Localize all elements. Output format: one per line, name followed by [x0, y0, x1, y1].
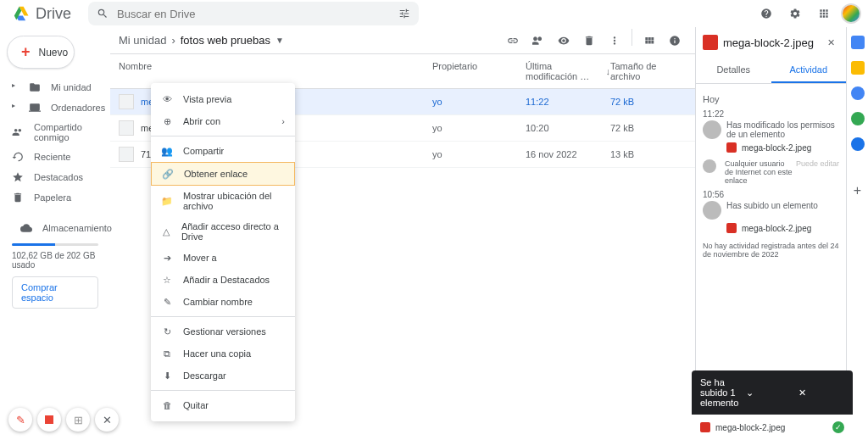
image-icon	[726, 142, 737, 153]
no-activity-text: No hay actividad registrada antes del 24…	[703, 242, 839, 259]
preview-icon[interactable]	[552, 29, 576, 53]
close-icon[interactable]: ✕	[798, 387, 844, 398]
menu-versions[interactable]: ↻Gestionar versiones	[151, 320, 295, 343]
calendar-app-icon[interactable]	[851, 36, 865, 49]
rec-pause-button[interactable]: ⊞	[66, 408, 90, 432]
share-icon: 👥	[161, 145, 173, 157]
menu-drive[interactable]: △Añadir acceso directo a Drive	[151, 216, 295, 247]
menu-trash[interactable]: 🗑Quitar	[151, 394, 295, 416]
rec-cancel-button[interactable]: ✕	[95, 408, 119, 432]
copy-icon: ⧉	[161, 348, 173, 359]
nav-compartido-conmigo[interactable]: Compartido conmigo	[3, 118, 107, 147]
close-icon[interactable]: ✕	[822, 34, 839, 51]
storage-bar	[12, 243, 98, 246]
toast-file: mega-block-2.jpeg	[715, 423, 785, 432]
trash-icon[interactable]	[577, 29, 601, 53]
menu-share[interactable]: 👥Compartir	[151, 140, 295, 162]
apps-icon[interactable]	[812, 2, 836, 25]
storage-link[interactable]: Almacenamiento	[12, 218, 98, 238]
image-icon	[700, 422, 710, 432]
col-owner[interactable]: Propietario	[432, 61, 526, 81]
chevron-down-icon[interactable]: ▼	[275, 36, 284, 45]
image-icon	[726, 223, 737, 233]
menu-eye[interactable]: 👁Vista previa	[151, 88, 295, 110]
nav-destacados[interactable]: Destacados	[3, 167, 107, 187]
rename-icon: ✎	[161, 296, 173, 308]
breadcrumb-current[interactable]: fotos web pruebas	[181, 34, 270, 47]
app-name: Drive	[36, 5, 71, 23]
keep-app-icon[interactable]	[851, 61, 865, 75]
search-input[interactable]	[117, 8, 390, 20]
breadcrumb: Mi unidad › fotos web pruebas ▼	[119, 34, 284, 47]
recording-controls: ✎ ⊞ ✕	[8, 408, 119, 432]
tab-details[interactable]: Detalles	[696, 58, 771, 83]
chevron-right-icon: ›	[281, 116, 285, 126]
activity-day: Hoy	[703, 94, 839, 104]
activity-file[interactable]: mega-block-2.jpeg	[726, 223, 839, 233]
file-thumb	[119, 120, 134, 136]
file-thumb	[119, 94, 134, 109]
link-icon: 🔗	[162, 168, 174, 180]
upload-toast: Se ha subido 1 elemento ⌄ ✕ mega-block-2…	[692, 370, 853, 440]
check-icon: ✓	[832, 421, 844, 433]
activity-file[interactable]: mega-block-2.jpeg	[726, 142, 839, 153]
chevron-down-icon[interactable]: ⌄	[746, 387, 792, 398]
download-icon: ⬇	[161, 370, 173, 382]
add-app-icon[interactable]: +	[854, 183, 861, 198]
file-thumb	[119, 147, 134, 162]
activity-item: Has subido un elemento	[703, 201, 839, 220]
link-icon[interactable]	[501, 29, 525, 53]
trash-icon: 🗑	[161, 399, 173, 411]
toolbar: Mi unidad › fotos web pruebas ▼	[110, 27, 695, 54]
menu-folder[interactable]: 📁Mostrar ubicación del archivo	[151, 186, 295, 216]
nav-reciente[interactable]: Reciente	[3, 147, 107, 167]
new-button[interactable]: + Nuevo	[7, 36, 75, 69]
rec-stop-button[interactable]	[37, 408, 61, 432]
drive-icon: △	[161, 226, 171, 237]
open-icon: ⊕	[161, 115, 173, 127]
grid-view-icon[interactable]	[637, 29, 661, 53]
menu-move[interactable]: ➔Mover a	[151, 247, 295, 269]
menu-copy[interactable]: ⧉Hacer una copia	[151, 343, 295, 365]
share-icon[interactable]	[526, 29, 550, 53]
search-icon	[97, 8, 108, 19]
storage-text: 102,62 GB de 202 GB usado	[12, 251, 98, 270]
header-actions	[754, 2, 861, 25]
star-icon: ☆	[161, 274, 173, 286]
cloud-icon	[20, 222, 32, 234]
settings-icon[interactable]	[783, 2, 807, 25]
breadcrumb-root[interactable]: Mi unidad	[119, 34, 166, 47]
search-bar[interactable]	[88, 2, 419, 25]
info-icon[interactable]	[663, 29, 687, 53]
user-avatar[interactable]	[841, 3, 861, 24]
toast-title: Se ha subido 1 elemento	[700, 377, 746, 408]
contacts-app-icon[interactable]	[851, 112, 865, 125]
drive-logo[interactable]: Drive	[7, 5, 78, 23]
details-title: mega-block-2.jpeg	[723, 36, 817, 49]
help-icon[interactable]	[754, 2, 778, 25]
search-tune-icon[interactable]	[398, 8, 410, 19]
col-size[interactable]: Tamaño de archivo	[610, 61, 687, 81]
col-name[interactable]: Nombre	[119, 61, 432, 81]
activity-time: 10:56	[703, 190, 839, 199]
more-icon[interactable]	[603, 29, 626, 53]
tab-activity[interactable]: Actividad	[771, 58, 847, 83]
menu-rename[interactable]: ✎Cambiar nombre	[151, 291, 295, 313]
menu-star[interactable]: ☆Añadir a Destacados	[151, 269, 295, 291]
menu-download[interactable]: ⬇Descargar	[151, 365, 295, 387]
buy-storage-button[interactable]: Comprar espacio	[12, 276, 98, 309]
col-modified[interactable]: Última modificación …↓	[526, 61, 610, 81]
nav-mi-unidad[interactable]: ▸Mi unidad	[3, 77, 107, 97]
nav-papelera[interactable]: Papelera	[3, 187, 107, 208]
rec-draw-button[interactable]: ✎	[8, 408, 32, 432]
menu-link[interactable]: 🔗Obtener enlace	[151, 162, 295, 186]
activity-time: 11:22	[703, 109, 839, 119]
context-menu: 👁Vista previa⊕Abrir con›👥Compartir🔗Obten…	[151, 83, 295, 421]
tasks-app-icon[interactable]	[851, 86, 865, 100]
activity-item: Has modificado los permisos de un elemen…	[703, 120, 839, 139]
menu-open[interactable]: ⊕Abrir con›	[151, 110, 295, 132]
folder-icon: 📁	[161, 195, 173, 207]
versions-icon: ↻	[161, 326, 173, 337]
nav-ordenadores[interactable]: ▸Ordenadores	[3, 97, 107, 118]
contacts2-app-icon[interactable]	[851, 137, 865, 151]
